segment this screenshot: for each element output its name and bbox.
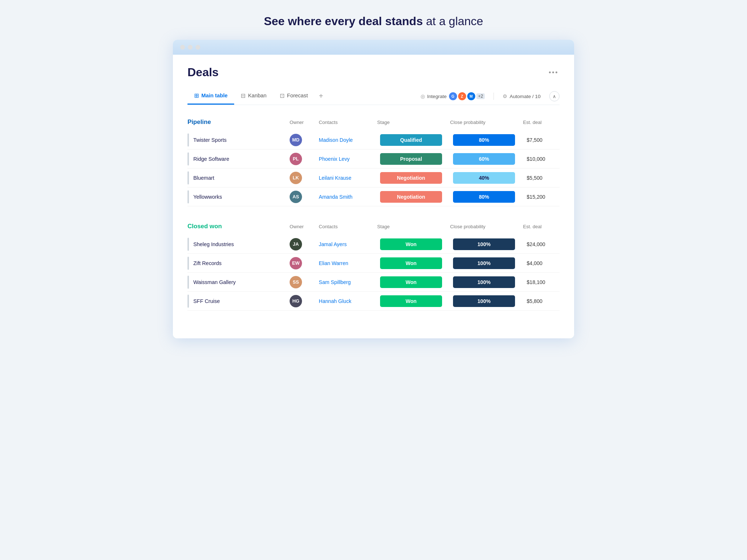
col-header-contacts: Contacts [319, 120, 377, 125]
col-header-stage-2: Stage [377, 224, 450, 229]
row-name-cell: Waissman Gallery [187, 276, 290, 289]
row-border [187, 276, 189, 289]
table-row[interactable]: SFF Cruise HG Hannah Gluck Won 100% $5,8… [187, 292, 560, 311]
stage-cell: Won [377, 257, 450, 269]
app-title: Deals [187, 66, 218, 79]
contact-cell[interactable]: Madison Doyle [319, 137, 377, 143]
row-border [187, 133, 189, 147]
row-name: Zift Records [193, 260, 222, 266]
integrate-label: Integrate [427, 94, 447, 99]
integrate-button[interactable]: ◎ Integrate G Z M +2 [418, 90, 488, 102]
table-row[interactable]: Zift Records EW Elian Warren Won 100% $4… [187, 254, 560, 273]
stage-badge: Qualified [380, 134, 442, 146]
probability-badge: 100% [453, 276, 515, 288]
row-name-cell: Twister Sports [187, 133, 290, 147]
browser-dot-yellow [188, 45, 193, 50]
row-name-cell: SFF Cruise [187, 295, 290, 308]
row-border [187, 295, 189, 308]
probability-cell: 100% [450, 238, 523, 250]
row-border [187, 257, 189, 270]
est-deal-cell: $4,000 [523, 260, 574, 266]
contact-cell[interactable]: Sam Spillberg [319, 279, 377, 285]
tab-forecast[interactable]: ⊡ Forecast [273, 89, 314, 105]
more-options-button[interactable] [547, 69, 560, 75]
tab-forecast-label: Forecast [287, 93, 308, 98]
contact-cell[interactable]: Amanda Smith [319, 194, 377, 200]
tab-kanban[interactable]: ⊟ Kanban [234, 89, 273, 105]
table-row[interactable]: Ridge Software PL Phoenix Levy Proposal … [187, 149, 560, 168]
row-name: SFF Cruise [193, 298, 220, 304]
automate-button[interactable]: ⚙ Automate / 10 [500, 92, 543, 101]
probability-badge: 80% [453, 191, 515, 203]
stage-cell: Negotiation [377, 172, 450, 184]
probability-cell: 100% [450, 295, 523, 307]
row-border [187, 152, 189, 166]
probability-badge: 80% [453, 134, 515, 146]
integrate-icon: ◎ [421, 93, 425, 99]
row-name-cell: Bluemart [187, 171, 290, 184]
owner-cell: MD [290, 134, 319, 146]
owner-cell: PL [290, 153, 319, 165]
integration-icon-1: G [449, 92, 457, 100]
contact-cell[interactable]: Hannah Gluck [319, 298, 377, 304]
automate-label: Automate / 10 [510, 94, 541, 99]
avatar: HG [290, 295, 302, 307]
row-name: Twister Sports [193, 137, 227, 143]
contact-cell[interactable]: Phoenix Levy [319, 156, 377, 162]
integration-icon-2: Z [458, 92, 466, 100]
browser-dot-red [180, 45, 185, 50]
probability-cell: 100% [450, 257, 523, 269]
contact-cell[interactable]: Leilani Krause [319, 175, 377, 181]
integrate-badge: +2 [476, 93, 485, 99]
toolbar-right: ◎ Integrate G Z M +2 ⚙ Automate / 10 ∧ [418, 90, 560, 102]
table-row[interactable]: Yellowworks AS Amanda Smith Negotiation … [187, 187, 560, 206]
col-header-contacts-2: Contacts [319, 224, 377, 229]
add-tab-button[interactable]: + [314, 88, 328, 105]
closed-won-section-header: Closed won Owner Contacts Stage Close pr… [187, 219, 560, 233]
row-name: Yellowworks [193, 194, 222, 200]
avatar: MD [290, 134, 302, 146]
row-name-cell: Yellowworks [187, 190, 290, 203]
more-dot [552, 71, 554, 73]
avatar: JA [290, 238, 302, 250]
closed-won-title: Closed won [187, 223, 290, 230]
table-row[interactable]: Twister Sports MD Madison Doyle Qualifie… [187, 131, 560, 149]
owner-cell: SS [290, 276, 319, 288]
app-content: Deals ⊞ Main table ⊟ Kanban ⊡ Forecast + [173, 55, 574, 338]
row-border [187, 190, 189, 203]
est-deal-cell: $18,100 [523, 279, 574, 285]
stage-cell: Qualified [377, 134, 450, 146]
more-dot [556, 71, 557, 73]
probability-badge: 40% [453, 172, 515, 184]
browser-titlebar [173, 40, 574, 55]
col-header-est-deal-2: Est. deal [523, 224, 574, 229]
integration-icon-3: M [467, 92, 475, 100]
est-deal-cell: $5,800 [523, 298, 574, 304]
probability-badge: 60% [453, 153, 515, 165]
stage-cell: Negotiation [377, 191, 450, 203]
contact-cell[interactable]: Jamal Ayers [319, 241, 377, 247]
stage-badge: Negotiation [380, 191, 442, 203]
pipeline-section-header: Pipeline Owner Contacts Stage Close prob… [187, 115, 560, 129]
tab-kanban-label: Kanban [248, 93, 267, 98]
avatar: PL [290, 153, 302, 165]
pipeline-title: Pipeline [187, 118, 290, 126]
app-header: Deals [187, 66, 560, 79]
table-row[interactable]: Waissman Gallery SS Sam Spillberg Won 10… [187, 273, 560, 292]
tab-main-table[interactable]: ⊞ Main table [187, 89, 234, 105]
collapse-button[interactable]: ∧ [549, 91, 560, 101]
row-border [187, 238, 189, 251]
stage-badge: Negotiation [380, 172, 442, 184]
col-header-stage: Stage [377, 120, 450, 125]
table-row[interactable]: Bluemart LK Leilani Krause Negotiation 4… [187, 168, 560, 187]
contact-cell[interactable]: Elian Warren [319, 260, 377, 266]
table-row[interactable]: Sheleg Industries JA Jamal Ayers Won 100… [187, 235, 560, 254]
stage-cell: Won [377, 238, 450, 250]
stage-badge: Won [380, 257, 442, 269]
tabs-bar: ⊞ Main table ⊟ Kanban ⊡ Forecast + ◎ Int… [187, 88, 560, 105]
owner-cell: LK [290, 172, 319, 184]
avatar: AS [290, 191, 302, 203]
stage-badge: Won [380, 295, 442, 307]
col-header-probability-2: Close probability [450, 224, 523, 229]
automate-icon: ⚙ [503, 93, 507, 99]
